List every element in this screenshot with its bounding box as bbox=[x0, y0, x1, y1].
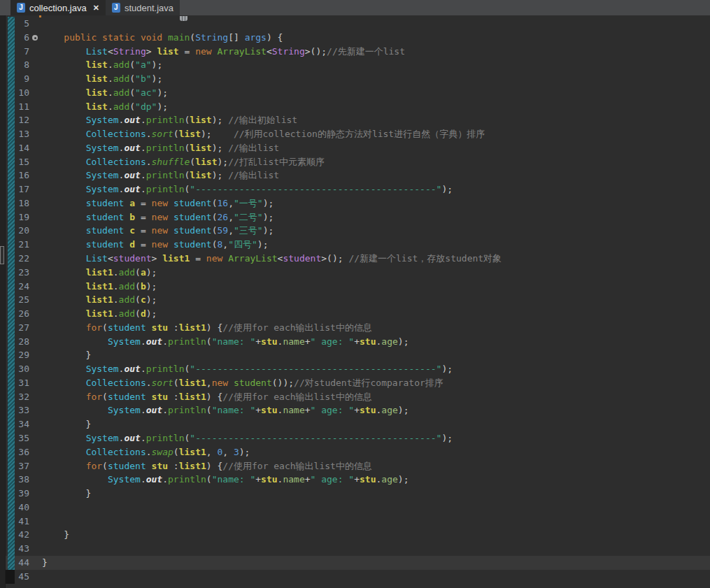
code-line-14[interactable]: 14 System.out.println(list); //输出list bbox=[6, 141, 710, 155]
code-text[interactable]: } bbox=[36, 528, 69, 542]
code-line-22[interactable]: 22 List<student> list1 = new ArrayList<s… bbox=[6, 252, 710, 266]
code-text[interactable]: student a = new student(16,"一号"); bbox=[36, 196, 274, 210]
code-text[interactable]: list.add("a"); bbox=[36, 58, 162, 72]
code-line-20[interactable]: 20 student c = new student(59,"三号"); bbox=[6, 224, 710, 238]
code-line-25[interactable]: 25 list1.add(c); bbox=[6, 293, 710, 307]
code-line-11[interactable]: 11 list.add("dp"); bbox=[6, 100, 710, 114]
code-text[interactable]: student d = new student(8,"四号"); bbox=[36, 238, 268, 252]
code-line-33[interactable]: 33 System.out.println("name: "+stu.name+… bbox=[6, 403, 710, 417]
code-line-30[interactable]: 30 System.out.println("-----------------… bbox=[6, 362, 710, 376]
gutter-dot-marker bbox=[32, 35, 38, 41]
code-text[interactable]: public static void main(String[] args) { bbox=[36, 31, 283, 45]
code-line-45[interactable]: 45 bbox=[6, 570, 710, 584]
code-line-15[interactable]: 15 Collections.shuffle(list);//打乱list中元素… bbox=[6, 155, 710, 169]
code-text[interactable]: list.add("b"); bbox=[36, 72, 162, 86]
code-text[interactable]: list.add("dp"); bbox=[36, 100, 168, 114]
code-line-18[interactable]: 18 student a = new student(16,"一号"); bbox=[6, 196, 710, 210]
code-line-17[interactable]: 17 System.out.println("-----------------… bbox=[6, 182, 710, 196]
tab-student-java[interactable]: J student.java bbox=[106, 0, 180, 15]
code-text[interactable]: Collections.shuffle(list);//打乱list中元素顺序 bbox=[36, 155, 325, 169]
code-line-16[interactable]: 16 System.out.println(list); //输出list bbox=[6, 168, 710, 182]
code-line-41[interactable]: 41 bbox=[6, 515, 710, 529]
code-line-37[interactable]: 37 for(student stu :list1) {//使用for each… bbox=[6, 459, 710, 473]
code-line-39[interactable]: 39 } bbox=[6, 487, 710, 501]
code-line-21[interactable]: 21 student d = new student(8,"四号"); bbox=[6, 238, 710, 252]
code-text[interactable]: System.out.println("--------------------… bbox=[36, 431, 453, 445]
tab-collection-java[interactable]: J collection.java ✕ bbox=[10, 0, 106, 15]
code-text[interactable]: list1.add(a); bbox=[36, 266, 157, 280]
code-line-26[interactable]: 26 list1.add(d); bbox=[6, 307, 710, 321]
code-text[interactable]: } bbox=[36, 556, 48, 570]
code-text[interactable]: System.out.println("name: "+stu.name+" a… bbox=[36, 473, 409, 487]
code-text[interactable]: } bbox=[36, 348, 91, 362]
code-line-10[interactable]: 10 list.add("ac"); bbox=[6, 86, 710, 100]
code-text[interactable]: student c = new student(59,"三号"); bbox=[36, 224, 274, 238]
code-text[interactable] bbox=[36, 17, 42, 31]
code-text[interactable]: Collections.swap(list1, 0, 3); bbox=[36, 445, 250, 459]
code-line-31[interactable]: 31 Collections.sort(list1,new student())… bbox=[6, 376, 710, 390]
code-text[interactable]: Collections.sort(list1,new student());//… bbox=[36, 376, 443, 390]
code-text[interactable]: System.out.println("name: "+stu.name+" a… bbox=[36, 335, 409, 349]
code-text[interactable]: System.out.println(list); //输出初始list bbox=[36, 113, 297, 127]
tool-window-handle[interactable] bbox=[0, 246, 4, 264]
code-line-43[interactable]: 43 bbox=[6, 542, 710, 556]
vcs-change-bar bbox=[8, 17, 15, 570]
code-text[interactable]: list1.add(d); bbox=[36, 307, 157, 321]
code-line-6[interactable]: 6 public static void main(String[] args)… bbox=[6, 31, 710, 45]
code-text[interactable]: list1.add(c); bbox=[36, 293, 157, 307]
code-line-28[interactable]: 28 System.out.println("name: "+stu.name+… bbox=[6, 335, 710, 349]
code-text[interactable]: System.out.println("name: "+stu.name+" a… bbox=[36, 403, 409, 417]
code-text[interactable] bbox=[36, 515, 42, 529]
code-line-8[interactable]: 8 list.add("a"); bbox=[6, 58, 710, 72]
tab-bar-left-spacer bbox=[0, 0, 10, 15]
code-text[interactable]: System.out.println(list); //输出list bbox=[36, 168, 279, 182]
code-text[interactable]: list.add("ac"); bbox=[36, 86, 168, 100]
code-line-32[interactable]: 32 for(student stu :list1) {//使用for each… bbox=[6, 390, 710, 404]
code-line-29[interactable]: 29 } bbox=[6, 348, 710, 362]
code-text[interactable]: } bbox=[36, 417, 91, 431]
code-line-36[interactable]: 36 Collections.swap(list1, 0, 3); bbox=[6, 445, 710, 459]
editor-tab-bar: J collection.java ✕ J student.java bbox=[0, 0, 710, 15]
vcs-end-marker bbox=[6, 570, 15, 584]
code-text[interactable] bbox=[36, 501, 42, 515]
code-text[interactable]: } bbox=[36, 487, 91, 501]
code-line-34[interactable]: 34 } bbox=[6, 417, 710, 431]
code-line-27[interactable]: 27 for(student stu :list1) {//使用for each… bbox=[6, 321, 710, 335]
code-area[interactable]: 56 public static void main(String[] args… bbox=[6, 17, 710, 583]
code-text[interactable]: System.out.println(list); //输出list bbox=[36, 141, 279, 155]
code-line-24[interactable]: 24 list1.add(b); bbox=[6, 280, 710, 294]
code-text[interactable]: list1.add(b); bbox=[36, 280, 157, 294]
code-line-13[interactable]: 13 Collections.sort(list); //利用collectio… bbox=[6, 127, 710, 141]
left-edge-panel bbox=[0, 15, 6, 588]
java-file-icon: J bbox=[112, 3, 120, 13]
code-text[interactable]: List<String> list = new ArrayList<String… bbox=[36, 45, 405, 59]
tab-label: collection.java bbox=[29, 3, 87, 13]
code-text[interactable]: System.out.println("--------------------… bbox=[36, 362, 453, 376]
code-line-23[interactable]: 23 list1.add(a); bbox=[6, 266, 710, 280]
code-text[interactable]: for(student stu :list1) {//使用for each输出l… bbox=[36, 390, 372, 404]
code-line-19[interactable]: 19 student b = new student(26,"二号"); bbox=[6, 210, 710, 224]
code-text[interactable]: System.out.println("--------------------… bbox=[36, 182, 453, 196]
code-line-5[interactable]: 5 bbox=[6, 17, 710, 31]
code-text[interactable] bbox=[36, 570, 42, 584]
code-text[interactable] bbox=[36, 542, 42, 556]
code-line-9[interactable]: 9 list.add("b"); bbox=[6, 72, 710, 86]
code-line-40[interactable]: 40 bbox=[6, 501, 710, 515]
code-text[interactable]: student b = new student(26,"二号"); bbox=[36, 210, 274, 224]
code-text[interactable]: Collections.sort(list); //利用collection的静… bbox=[36, 127, 485, 141]
code-line-7[interactable]: 7 List<String> list = new ArrayList<Stri… bbox=[6, 45, 710, 59]
code-text[interactable]: for(student stu :list1) {//使用for each输出l… bbox=[36, 459, 372, 473]
code-line-44[interactable]: 44} bbox=[6, 556, 710, 570]
tab-label: student.java bbox=[125, 3, 173, 13]
code-line-35[interactable]: 35 System.out.println("-----------------… bbox=[6, 431, 710, 445]
java-file-icon: J bbox=[17, 3, 25, 13]
code-line-12[interactable]: 12 System.out.println(list); //输出初始list bbox=[6, 113, 710, 127]
code-editor[interactable]: 56 public static void main(String[] args… bbox=[0, 15, 710, 588]
code-line-42[interactable]: 42 } bbox=[6, 528, 710, 542]
code-line-38[interactable]: 38 System.out.println("name: "+stu.name+… bbox=[6, 473, 710, 487]
close-tab-icon[interactable]: ✕ bbox=[93, 3, 99, 13]
code-text[interactable]: List<student> list1 = new ArrayList<stud… bbox=[36, 252, 502, 266]
code-text[interactable]: for(student stu :list1) {//使用for each输出l… bbox=[36, 321, 372, 335]
